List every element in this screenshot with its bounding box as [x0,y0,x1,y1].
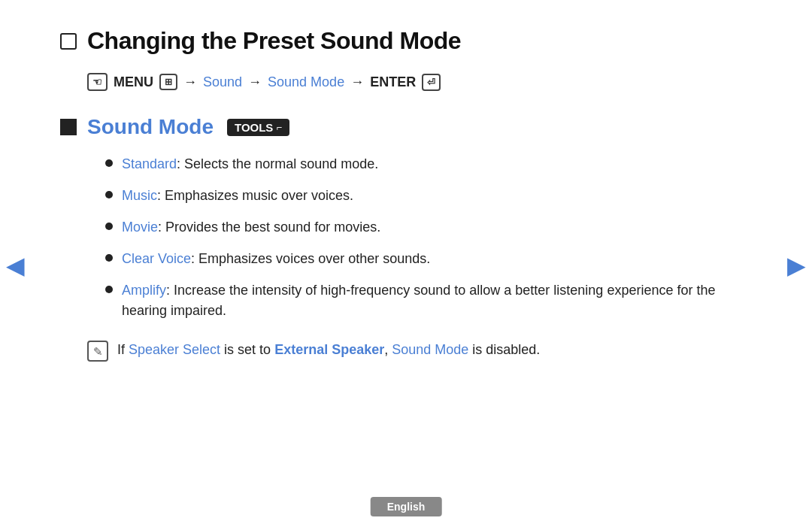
bullet-term: Amplify [122,283,166,298]
list-item: Movie: Provides the best sound for movie… [105,217,752,238]
note-text: If Speaker Select is set to External Spe… [117,340,540,361]
sound-mode-note-link[interactable]: Sound Mode [392,342,468,357]
note-text-end: is disabled. [468,342,540,357]
note-text-mid: is set to [220,342,274,357]
bullet-term: Clear Voice [122,251,191,266]
section-header: Sound Mode TOOLS ⌐ [60,115,752,139]
list-item: Amplify: Increase the intensity of high-… [105,280,752,323]
arrow-3: → [350,74,364,90]
note-text-sep: , [384,342,392,357]
bullet-dot-icon [105,286,113,293]
menu-grid-icon: ⊞ [159,74,177,90]
language-badge: English [371,497,442,516]
bullet-text: Standard: Selects the normal sound mode. [122,154,378,175]
enter-icon: ⏎ [422,74,441,91]
menu-hand-symbol: ☜ [92,76,102,88]
tools-label: TOOLS [235,121,273,134]
bullet-dot-icon [105,223,113,230]
title-row: Changing the Preset Sound Mode [60,27,752,55]
note-text-before: If [117,342,129,357]
arrow-1: → [183,74,197,90]
arrow-2: → [248,74,262,90]
main-content: Changing the Preset Sound Mode ☜ MENU ⊞ … [0,0,812,384]
external-speaker-link[interactable]: External Speaker [274,342,384,357]
bullet-list: Standard: Selects the normal sound mode.… [105,154,752,322]
nav-arrow-right[interactable]: ▶ [787,251,806,280]
section-title: Sound Mode [87,115,214,139]
menu-label: MENU [114,74,153,90]
bullet-text: Music: Emphasizes music over voices. [122,186,353,207]
note-row: ✎ If Speaker Select is set to External S… [87,340,752,362]
bullet-dot-icon [105,254,113,262]
list-item: Clear Voice: Emphasizes voices over othe… [105,249,752,270]
bullet-text: Amplify: Increase the intensity of high-… [122,280,752,323]
bullet-term: Standard [122,156,177,171]
title-checkbox-icon [60,33,77,50]
section-square-icon [60,119,77,135]
bullet-desc: Emphasizes music over voices. [161,188,353,203]
nav-arrow-left[interactable]: ◀ [6,251,25,280]
menu-path-row: ☜ MENU ⊞ → Sound → Sound Mode → ENTER ⏎ [87,73,752,91]
bullet-text: Clear Voice: Emphasizes voices over othe… [122,249,430,270]
tools-badge: TOOLS ⌐ [227,119,289,136]
bullet-desc: Selects the normal sound mode. [180,156,378,171]
bullet-dot-icon [105,159,113,167]
menu-icon: ☜ [87,73,108,91]
bullet-desc: Emphasizes voices over other sounds. [195,251,430,266]
bullet-desc: Increase the intensity of high-frequency… [122,283,715,319]
list-item: Standard: Selects the normal sound mode. [105,154,752,175]
tools-icon-symbol: ⌐ [276,122,282,133]
note-icon: ✎ [87,341,108,362]
bullet-desc: Provides the best sound for movies. [162,220,380,235]
bullet-term: Music [122,188,157,203]
sound-mode-link[interactable]: Sound Mode [268,74,344,90]
list-item: Music: Emphasizes music over voices. [105,186,752,207]
sound-link[interactable]: Sound [203,74,242,90]
bullet-term: Movie [122,220,158,235]
enter-label: ENTER [370,74,416,90]
bullet-dot-icon [105,191,113,198]
speaker-select-link[interactable]: Speaker Select [129,342,220,357]
bullet-text: Movie: Provides the best sound for movie… [122,217,380,238]
page-title: Changing the Preset Sound Mode [87,27,461,55]
